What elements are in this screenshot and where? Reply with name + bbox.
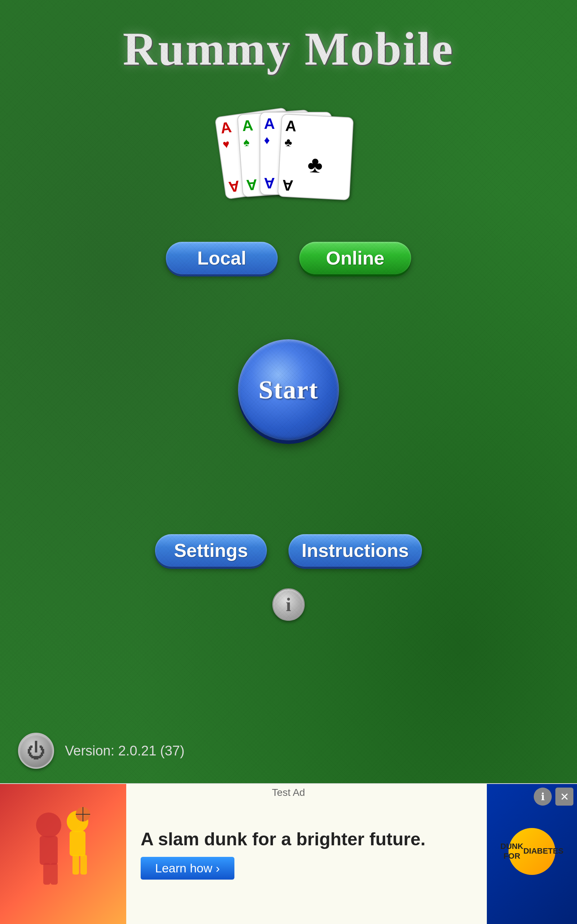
ad-cta-button[interactable]: Learn how › bbox=[141, 857, 234, 880]
cards-deck: A♥ ♥ A A♠ ♠ A A♦ ♦ A A♣ ♣ A bbox=[220, 112, 357, 199]
instructions-button[interactable]: Instructions bbox=[288, 534, 422, 567]
app-title: Rummy Mobile bbox=[0, 0, 577, 76]
svg-point-0 bbox=[36, 813, 61, 838]
power-button[interactable]: ⏻ bbox=[18, 733, 54, 769]
card-4-top: A♣ bbox=[284, 118, 349, 152]
ad-logo-badge: DUNK FOR DIABETES bbox=[508, 828, 555, 875]
start-button[interactable]: Start bbox=[238, 339, 339, 440]
version-label: Version: 2.0.21 (37) bbox=[65, 743, 185, 759]
card-4: A♣ ♣ A bbox=[277, 114, 354, 200]
ad-banner: Test Ad ℹ ✕ A slam dunk for a brighter f… bbox=[0, 783, 577, 924]
info-container: i bbox=[0, 588, 577, 621]
card-4-bottom: A bbox=[282, 177, 346, 195]
ad-logo-line1: DUNK FOR bbox=[501, 842, 524, 861]
ad-content: A slam dunk for a brighter future. Learn… bbox=[126, 784, 487, 924]
ad-close-button[interactable]: ✕ bbox=[555, 788, 574, 806]
svg-rect-3 bbox=[50, 863, 58, 885]
svg-rect-5 bbox=[69, 831, 85, 856]
ad-image bbox=[0, 784, 126, 924]
online-button[interactable]: Online bbox=[299, 242, 411, 274]
card-4-center: ♣ bbox=[283, 149, 348, 181]
ad-info-icon[interactable]: ℹ bbox=[534, 788, 552, 806]
ad-logo-line2: DIABETES bbox=[523, 846, 563, 856]
mode-buttons-container: Local Online bbox=[0, 242, 577, 274]
start-container: Start bbox=[0, 339, 577, 440]
ad-headline: A slam dunk for a brighter future. bbox=[141, 829, 472, 850]
cards-display: A♥ ♥ A A♠ ♠ A A♦ ♦ A A♣ ♣ A bbox=[0, 112, 577, 199]
info-button[interactable]: i bbox=[272, 588, 305, 621]
settings-button[interactable]: Settings bbox=[155, 534, 267, 567]
svg-rect-7 bbox=[81, 855, 87, 874]
svg-rect-6 bbox=[73, 855, 79, 874]
svg-rect-1 bbox=[40, 836, 58, 865]
local-button[interactable]: Local bbox=[166, 242, 278, 274]
ad-test-label: Test Ad bbox=[272, 787, 305, 798]
svg-rect-2 bbox=[43, 863, 50, 885]
power-version-container: ⏻ Version: 2.0.21 (37) bbox=[18, 733, 185, 769]
secondary-buttons-container: Settings Instructions bbox=[0, 534, 577, 567]
